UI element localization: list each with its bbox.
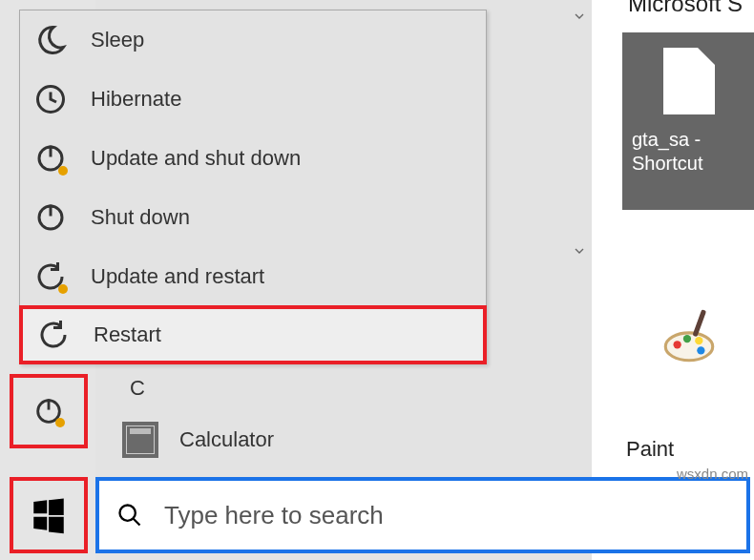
document-icon bbox=[663, 48, 715, 114]
letter-header[interactable]: C bbox=[130, 376, 145, 401]
power-update-icon bbox=[33, 141, 68, 176]
watermark: wsxdn.com bbox=[677, 466, 748, 482]
tile-label: Paint bbox=[626, 437, 674, 462]
power-menu-hibernate[interactable]: Hibernate bbox=[20, 70, 486, 129]
paint-icon bbox=[658, 305, 721, 368]
search-icon bbox=[116, 502, 143, 529]
moon-icon bbox=[33, 23, 68, 57]
tile-paint[interactable] bbox=[622, 282, 754, 460]
power-menu-sleep[interactable]: Sleep bbox=[20, 10, 486, 70]
power-menu-label: Restart bbox=[94, 322, 161, 347]
svg-line-14 bbox=[134, 519, 140, 526]
power-menu-label: Hibernate bbox=[91, 87, 181, 112]
power-icon bbox=[33, 200, 68, 235]
tile-gta-sa-shortcut[interactable]: gta_sa - Shortcut bbox=[622, 32, 754, 210]
search-placeholder: Type here to search bbox=[164, 501, 384, 530]
power-menu-label: Shut down bbox=[91, 205, 190, 230]
svg-point-3 bbox=[695, 337, 702, 344]
chevron-down-icon[interactable] bbox=[571, 8, 588, 25]
svg-point-13 bbox=[120, 506, 136, 521]
chevron-down-icon[interactable] bbox=[571, 242, 588, 259]
clock-icon bbox=[33, 82, 68, 116]
svg-point-2 bbox=[683, 335, 691, 342]
app-item-label: Calculator bbox=[179, 427, 274, 452]
power-menu-label: Update and restart bbox=[91, 264, 264, 289]
power-menu-shutdown[interactable]: Shut down bbox=[20, 188, 486, 247]
power-icon bbox=[32, 395, 65, 427]
power-menu-update-restart[interactable]: Update and restart bbox=[20, 247, 486, 306]
power-menu-restart[interactable]: Restart bbox=[19, 305, 487, 364]
power-menu-label: Update and shut down bbox=[91, 146, 301, 171]
tile-group-header: Microsoft S bbox=[628, 0, 743, 17]
app-item-calculator[interactable]: Calculator bbox=[122, 422, 274, 458]
svg-point-1 bbox=[674, 341, 681, 348]
power-menu-label: Sleep bbox=[91, 28, 144, 52]
windows-logo-icon bbox=[29, 495, 69, 535]
taskbar-search[interactable]: Type here to search bbox=[95, 477, 750, 553]
power-button[interactable] bbox=[10, 374, 88, 448]
restart-update-icon bbox=[33, 259, 68, 294]
start-button[interactable] bbox=[10, 477, 88, 553]
tile-label: gta_sa - Shortcut bbox=[632, 128, 746, 176]
svg-point-4 bbox=[697, 346, 704, 354]
power-menu: Sleep Hibernate Update and shut down Shu… bbox=[19, 10, 487, 364]
restart-icon bbox=[36, 318, 71, 352]
calculator-icon bbox=[122, 422, 158, 458]
power-menu-update-shutdown[interactable]: Update and shut down bbox=[20, 129, 486, 188]
